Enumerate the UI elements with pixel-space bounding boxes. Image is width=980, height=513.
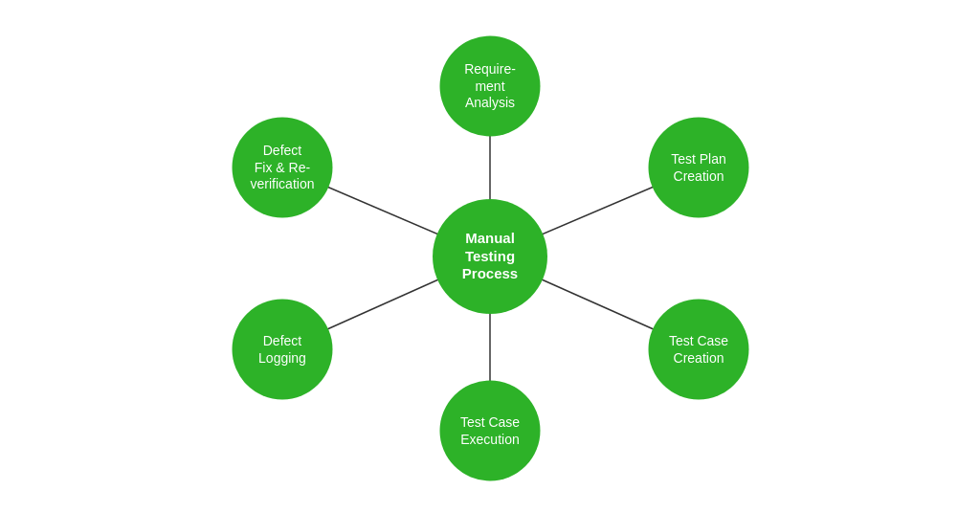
node-defect-fix-reverification: Defect Fix & Re- verification: [233, 118, 333, 218]
node-test-plan-creation: Test Plan Creation: [649, 118, 749, 218]
center-node: Manual Testing Process: [433, 199, 547, 314]
node-test-case-execution: Test Case Execution: [440, 381, 541, 481]
node-requirement-analysis: Require- ment Analysis: [440, 36, 541, 137]
diagram-container: Manual Testing ProcessRequire- ment Anal…: [0, 0, 980, 513]
node-test-case-creation: Test Case Creation: [649, 300, 749, 400]
node-defect-logging: Defect Logging: [233, 300, 333, 400]
